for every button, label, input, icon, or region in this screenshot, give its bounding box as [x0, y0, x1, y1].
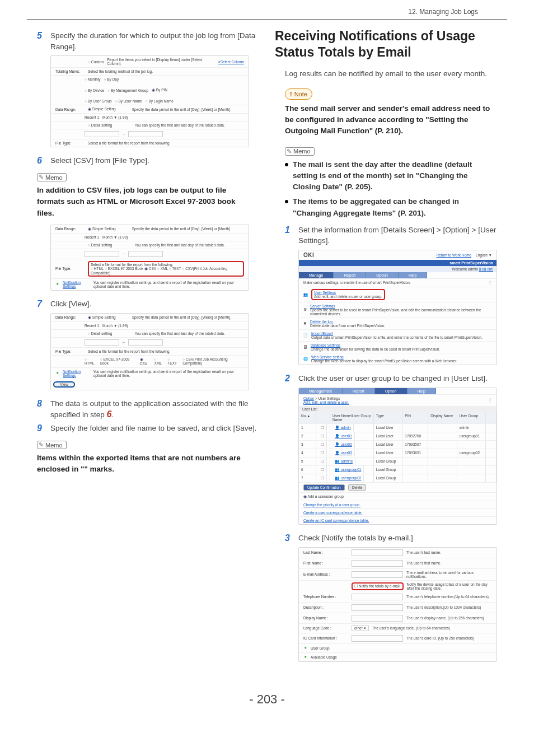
delete-button[interactable]: Delete	[348, 484, 367, 491]
change-priority-link[interactable]: Change the priority of a user group.	[303, 503, 360, 507]
work-home-link[interactable]: Return to Work Home	[436, 253, 471, 257]
delete-log-link[interactable]: Delete the log	[310, 320, 332, 324]
import-export-link[interactable]: Import/Export	[311, 332, 333, 335]
simple-setting-radio[interactable]: Simple Setting	[88, 107, 116, 111]
tab-option-2[interactable]: Option	[375, 388, 407, 394]
month-select[interactable]: Month ▼ (1-99)	[102, 115, 128, 119]
text-input[interactable]	[352, 604, 403, 611]
update-confirm-button[interactable]: Update Confirmation	[303, 484, 345, 491]
bc-user-settings: User Settings	[318, 396, 340, 400]
help-icon[interactable]: ❔	[488, 281, 492, 285]
col-display-name[interactable]: Display Name	[428, 412, 457, 423]
pencil-icon: ✎	[39, 441, 44, 449]
opt-monthly[interactable]: Monthly	[85, 77, 101, 81]
col-type[interactable]: Type	[374, 412, 402, 423]
create-user-table-link[interactable]: Create a user correspondence table.	[303, 511, 363, 515]
add-user-group-radio[interactable]: Add a user/user group.	[303, 494, 345, 499]
banner: smart PrintSuperVision	[299, 260, 496, 266]
col-user-group[interactable]: User Group	[457, 412, 486, 423]
row-checkbox[interactable]	[318, 432, 327, 440]
tab-help-2[interactable]: Help	[407, 388, 436, 394]
opt-by-pin[interactable]: By PIN	[152, 88, 167, 92]
row-checkbox[interactable]	[318, 466, 327, 473]
tab-manage[interactable]: Manage	[299, 272, 334, 278]
select-column-link[interactable]: »Select Column	[218, 60, 244, 64]
detail-setting-radio[interactable]: Detail setting	[88, 123, 112, 127]
memo-1-text: In addition to CSV files, job logs can b…	[37, 185, 249, 219]
lang-select[interactable]: English ▼	[475, 253, 492, 257]
create-ic-card-table-link[interactable]: Create an IC card correspondence table.	[303, 519, 369, 522]
database-settings-link[interactable]: Database Settings	[311, 343, 340, 347]
opt-by-user-group[interactable]: By User Group	[85, 99, 112, 103]
simple-2[interactable]: Simple Setting	[88, 227, 116, 231]
help-icon[interactable]: ❔	[488, 398, 492, 403]
notif-settings-link-2[interactable]: Notification Settings	[63, 281, 90, 288]
col-no[interactable]: No.▲	[299, 412, 316, 423]
user-settings-link[interactable]: User Settings	[314, 291, 336, 295]
plus-icon[interactable]: ＋	[303, 646, 307, 651]
notify-checkbox[interactable]	[354, 584, 359, 588]
pencil-icon: ✎	[39, 174, 44, 181]
col-name[interactable]: User Name/User Group Name	[330, 412, 374, 423]
user-name-link[interactable]: usergroup02	[332, 474, 364, 482]
screenshot-user-list: Management Report Option Help Option > U…	[298, 388, 497, 525]
step-r2-text: Click the user or user group to be chang…	[298, 373, 488, 384]
plus-icon[interactable]: ＋	[303, 655, 307, 660]
custom-radio[interactable]: Custom	[88, 60, 104, 64]
select-input[interactable]: other ▾	[352, 626, 369, 631]
plus-icon[interactable]: ＋	[55, 282, 59, 287]
note-text: The send mail server and sender's email …	[285, 103, 497, 137]
tab-help[interactable]: Help	[399, 272, 427, 278]
user-name-link[interactable]: usergroup01	[332, 466, 364, 473]
field-desc: The user's telephone number.(Up to 64 ch…	[406, 595, 492, 599]
notify-desc: Notify the device usage totals of a user…	[407, 582, 492, 590]
tab-management[interactable]: Management	[299, 388, 343, 394]
field-label: First Name :	[303, 561, 348, 565]
webservice-icon: 🌐	[303, 357, 308, 361]
totaling-marks-label: Totaling Marks:	[55, 69, 85, 73]
server-settings-link[interactable]: Server Settings	[310, 304, 335, 308]
bc-option[interactable]: Option	[303, 396, 314, 400]
row-checkbox[interactable]	[318, 424, 327, 431]
text-input[interactable]	[352, 594, 403, 600]
file-type-hint-cut: Select a file format for the report from…	[88, 141, 170, 145]
opt-by-day[interactable]: By Day	[104, 77, 119, 81]
user-name-link[interactable]: user02	[332, 441, 355, 448]
opt-by-login-name[interactable]: By Login Name	[146, 99, 174, 103]
text-input[interactable]	[352, 615, 403, 622]
user-name-link[interactable]: admins	[332, 458, 355, 465]
user-name-link[interactable]: user01	[332, 432, 355, 440]
view-button[interactable]: View	[53, 381, 75, 388]
tab-report-2[interactable]: Report	[343, 388, 375, 394]
row-checkbox[interactable]	[318, 449, 327, 456]
opt-by-device[interactable]: By Device	[85, 88, 104, 92]
table-row: 5adminsLocal Group	[299, 457, 496, 465]
user-name-link[interactable]: admin	[332, 424, 354, 431]
web-service-link[interactable]: Web Service setting	[311, 355, 344, 359]
text-input[interactable]	[352, 571, 403, 578]
opt-by-user-name[interactable]: By User Name	[115, 99, 142, 103]
row-checkbox[interactable]	[318, 458, 327, 465]
field-desc: The user's description.(Up to 1024 chara…	[406, 605, 492, 609]
row-checkbox[interactable]	[318, 474, 327, 482]
available-usage-section[interactable]: Available Usage	[311, 655, 337, 659]
user-name-link[interactable]: user03	[332, 449, 355, 456]
logout-link[interactable]: [Log out]	[479, 267, 493, 271]
col-pin[interactable]: PIN	[402, 412, 428, 423]
detail-2[interactable]: Detail setting	[88, 243, 112, 247]
field-label: IC Card Information :	[303, 636, 348, 640]
tab-report[interactable]: Report	[334, 272, 366, 278]
text-input[interactable]	[352, 560, 403, 567]
text-input[interactable]	[352, 635, 403, 642]
tab-option[interactable]: Option	[366, 272, 399, 278]
simple-setting-desc: Specify the data period in the unit of […	[119, 108, 244, 111]
plus-icon[interactable]: ＋	[55, 371, 59, 376]
detail-setting-desc: You can specify the first and last day o…	[115, 123, 244, 127]
user-group-section[interactable]: User Group	[311, 646, 330, 650]
row-checkbox[interactable]	[318, 441, 327, 448]
add-edit-delete-link[interactable]: Add, edit, and delete a user.	[303, 400, 349, 404]
right-column: Receiving Notifications of Usage Status …	[275, 28, 507, 670]
text-input[interactable]	[352, 549, 403, 556]
table-row: 3user02Local User17093567	[299, 440, 496, 449]
opt-by-mgmt-group[interactable]: By Management Group	[107, 88, 148, 92]
